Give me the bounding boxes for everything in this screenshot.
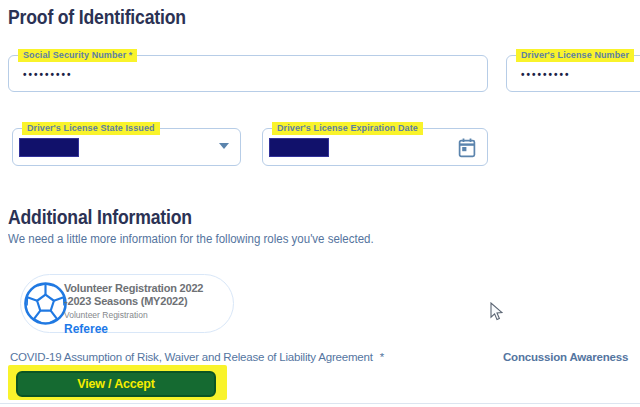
covid-agreement-label: COVID-19 Assumption of Risk, Waiver and … [10,351,384,363]
calendar-icon[interactable] [457,137,477,163]
concussion-awareness-label: Concussion Awareness [503,351,628,363]
drivers-license-state-redacted-value [19,138,79,157]
additional-information-subtitle: We need a little more information for th… [8,232,374,246]
ssn-masked-value: ••••••••• [23,69,73,80]
role-card-text: Volunteer Registration 2022 -2023 Season… [64,282,203,336]
proof-of-identification-title: Proof of Identification [8,6,186,29]
role-card-role: Referee [64,323,203,336]
bottom-divider [0,403,640,404]
drivers-license-number-masked-value: ••••••••• [521,69,571,80]
additional-information-title: Additional Information [8,206,192,229]
drivers-license-expiration-label: Driver's License Expiration Date [272,122,423,135]
covid-agreement-text: COVID-19 Assumption of Risk, Waiver and … [10,351,373,363]
view-accept-button[interactable]: View / Accept [16,371,216,397]
drivers-license-number-field[interactable]: Driver's License Number ••••••••• [506,55,640,92]
soccer-ball-icon [22,280,69,331]
drivers-license-number-label: Driver's License Number [516,49,634,62]
drivers-license-expiration-field[interactable]: Driver's License Expiration Date [262,128,488,166]
registration-form-page: Proof of Identification Social Security … [0,0,640,407]
drivers-license-state-select[interactable]: Driver's License State Issued [12,128,241,166]
role-card-title-line2: -2023 Seasons (MY2022) [64,295,203,308]
ssn-label: Social Security Number * [18,49,137,62]
role-card-title-line1: Volunteer Registration 2022 [64,282,203,295]
role-card-subtitle: Volunteer Registration [64,309,203,322]
role-card: Volunteer Registration 2022 -2023 Season… [20,274,234,333]
caret-down-icon [219,143,229,149]
drivers-license-state-label: Driver's License State Issued [22,122,160,135]
mouse-cursor-icon [490,302,503,325]
ssn-field[interactable]: Social Security Number * ••••••••• [8,55,488,92]
required-asterisk: * [380,351,384,363]
drivers-license-expiration-redacted-value [269,138,329,157]
